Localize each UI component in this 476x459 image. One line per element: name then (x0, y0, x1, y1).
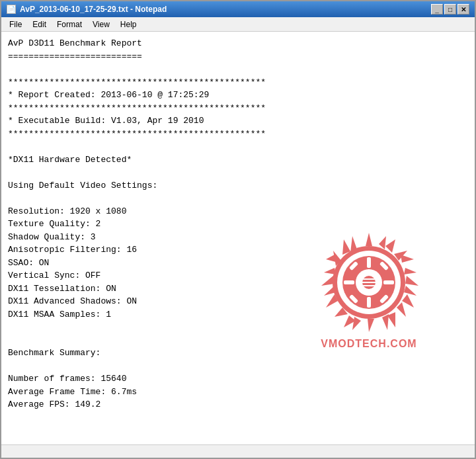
svg-marker-17 (382, 314, 389, 330)
title-bar-left: 📄 AvP_2013-06-10_17-25-29.txt - Notepad (7, 5, 167, 14)
svg-marker-1 (385, 239, 395, 253)
menu-edit[interactable]: Edit (27, 19, 52, 30)
menu-view[interactable]: View (87, 19, 115, 30)
svg-rect-32 (383, 280, 394, 284)
svg-rect-30 (367, 297, 371, 308)
minimize-button[interactable]: _ (431, 4, 443, 15)
svg-rect-31 (344, 280, 354, 284)
logo-text: VMODTECH.COM (321, 338, 416, 350)
svg-marker-18 (352, 317, 361, 330)
svg-marker-16 (397, 302, 406, 317)
window-title: AvP_2013-06-10_17-25-29.txt - Notepad (20, 5, 167, 14)
svg-marker-9 (321, 276, 335, 286)
svg-marker-4 (402, 294, 414, 308)
logo-overlay: VMODTECH.COM (303, 224, 435, 356)
app-icon: 📄 (7, 5, 16, 14)
svg-rect-29 (367, 257, 371, 268)
svg-marker-14 (404, 268, 416, 274)
menu-help[interactable]: Help (115, 19, 142, 30)
menu-format[interactable]: Format (52, 19, 87, 30)
status-bar (1, 444, 475, 458)
svg-marker-6 (368, 319, 374, 332)
svg-marker-12 (379, 236, 386, 249)
menu-bar: File Edit Format View Help (1, 17, 475, 32)
svg-marker-3 (405, 276, 418, 286)
close-button[interactable]: ✕ (457, 4, 469, 15)
title-bar-buttons: _ □ ✕ (431, 4, 469, 15)
svg-marker-15 (404, 286, 416, 296)
text-area[interactable]: AvP D3D11 Benchmark Report =============… (1, 32, 475, 444)
menu-file[interactable]: File (4, 19, 27, 30)
maximize-button[interactable]: □ (444, 4, 456, 15)
svg-marker-0 (366, 233, 372, 246)
title-bar: 📄 AvP_2013-06-10_17-25-29.txt - Notepad … (1, 1, 475, 17)
notepad-window: 📄 AvP_2013-06-10_17-25-29.txt - Notepad … (0, 0, 476, 459)
logo-svg (316, 230, 422, 335)
